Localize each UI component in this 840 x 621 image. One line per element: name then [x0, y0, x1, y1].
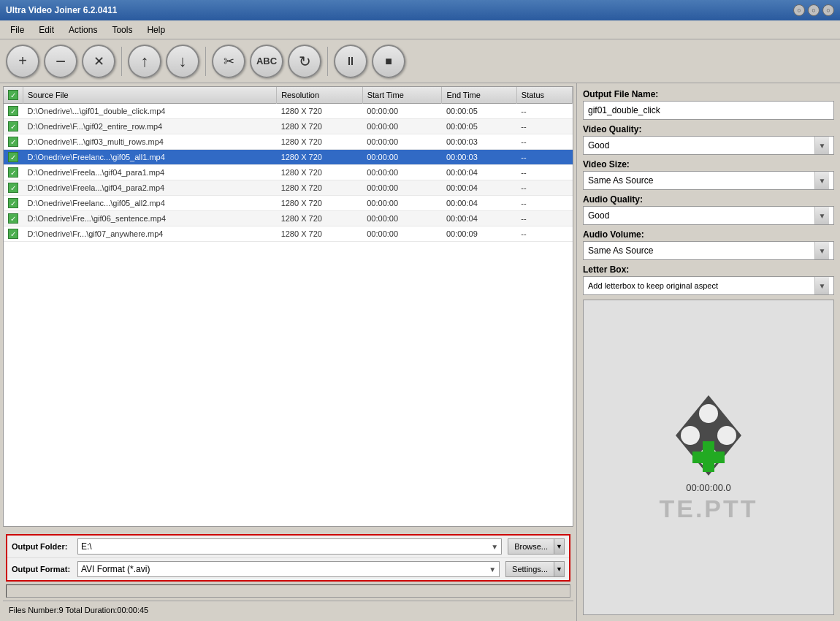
svg-rect-6 — [692, 452, 725, 463]
col-resolution: Resolution — [277, 87, 363, 104]
stop-button[interactable]: ■ — [372, 45, 405, 78]
browse-button-arrow[interactable]: ▼ — [554, 538, 565, 555]
table-row[interactable]: ✓ D:\Onedrive\Fr...\gif07_anywhere.mp4 1… — [4, 226, 573, 242]
menu-file[interactable]: File — [3, 23, 31, 37]
audio-quality-combo[interactable]: Good ▼ — [583, 206, 834, 225]
settings-button-arrow[interactable]: ▼ — [554, 561, 565, 577]
maximize-button[interactable]: ○ — [808, 4, 820, 16]
menu-edit[interactable]: Edit — [31, 23, 61, 37]
preview-area: 00:00:00.0 TE.PTT — [583, 300, 834, 615]
row-start-time: 00:00:00 — [362, 104, 442, 119]
row-checkbox-cell[interactable]: ✓ — [4, 196, 23, 211]
select-all-checkbox[interactable]: ✓ — [8, 90, 18, 100]
svg-point-2 — [717, 426, 736, 445]
file-table-container[interactable]: ✓ Source File Resolution Start Time End … — [3, 86, 573, 527]
col-end-time: End Time — [442, 87, 516, 104]
table-row[interactable]: ✓ D:\Onedrive\Fre...\gif06_sentence.mp4 … — [4, 211, 573, 226]
row-checkbox[interactable]: ✓ — [8, 137, 18, 147]
video-quality-combo[interactable]: Good ▼ — [583, 136, 834, 155]
output-folder-combo[interactable]: E:\ ▼ — [77, 538, 502, 555]
progress-bar — [6, 584, 570, 598]
remove-button[interactable]: − — [44, 45, 77, 78]
row-end-time: 00:00:05 — [442, 104, 516, 119]
audio-volume-section: Audio Volume: Same As Source ▼ — [583, 229, 834, 260]
audio-volume-value: Same As Source — [588, 245, 653, 256]
row-checkbox[interactable]: ✓ — [8, 121, 18, 132]
close-x-button[interactable]: ✕ — [82, 45, 115, 78]
row-status: -- — [516, 134, 572, 150]
refresh-button[interactable]: ↻ — [288, 45, 321, 78]
row-end-time: 00:00:05 — [442, 119, 516, 134]
row-status: -- — [516, 104, 572, 119]
menu-help[interactable]: Help — [140, 23, 172, 37]
row-checkbox[interactable]: ✓ — [8, 152, 18, 162]
row-end-time: 00:00:09 — [442, 226, 516, 242]
letterbox-combo[interactable]: Add letterbox to keep original aspect ▼ — [583, 276, 834, 295]
row-status: -- — [516, 211, 572, 226]
row-source-file: D:\Onedrive\...\gif01_double_click.mp4 — [23, 104, 277, 119]
menu-tools[interactable]: Tools — [104, 23, 140, 37]
row-checkbox[interactable]: ✓ — [8, 213, 18, 224]
row-checkbox-cell[interactable]: ✓ — [4, 134, 23, 150]
menu-bar: File Edit Actions Tools Help — [0, 20, 840, 39]
row-checkbox[interactable]: ✓ — [8, 106, 18, 116]
video-size-combo[interactable]: Same As Source ▼ — [583, 171, 834, 190]
output-format-value: AVI Format (*.avi) — [81, 564, 150, 574]
row-checkbox-cell[interactable]: ✓ — [4, 150, 23, 165]
table-row[interactable]: ✓ D:\Onedrive\F...\gif02_entire_row.mp4 … — [4, 119, 573, 134]
row-checkbox-cell[interactable]: ✓ — [4, 226, 23, 242]
row-checkbox[interactable]: ✓ — [8, 229, 18, 239]
output-format-combo[interactable]: AVI Format (*.avi) ▼ — [77, 561, 500, 577]
output-filename-section: Output File Name: — [583, 89, 834, 120]
output-folder-arrow-icon: ▼ — [491, 543, 498, 551]
video-quality-label: Video Quality: — [583, 124, 834, 134]
preview-watermark: TE.PTT — [659, 495, 757, 523]
row-status: -- — [516, 119, 572, 134]
output-format-label: Output Format: — [12, 565, 77, 574]
pause-button[interactable]: ⏸ — [334, 45, 367, 78]
move-down-button[interactable]: ↓ — [166, 45, 199, 78]
abc-button[interactable]: ABC — [250, 45, 283, 78]
table-row[interactable]: ✓ D:\Onedrive\Freela...\gif04_para2.mp4 … — [4, 180, 573, 196]
add-button[interactable]: + — [6, 45, 39, 78]
table-row[interactable]: ✓ D:\Onedrive\F...\gif03_multi_rows.mp4 … — [4, 134, 573, 150]
status-bar: Files Number:9 Total Duration:00:00:45 — [3, 601, 573, 618]
audio-quality-arrow-icon: ▼ — [814, 207, 829, 224]
audio-volume-combo[interactable]: Same As Source ▼ — [583, 241, 834, 260]
row-source-file: D:\Onedrive\Freelanc...\gif05_all1.mp4 — [23, 150, 277, 165]
close-button[interactable]: ○ — [822, 4, 834, 16]
row-resolution: 1280 X 720 — [277, 150, 363, 165]
row-checkbox-cell[interactable]: ✓ — [4, 104, 23, 119]
settings-button[interactable]: Settings... — [505, 561, 554, 577]
cut-button[interactable]: ✂ — [212, 45, 245, 78]
row-checkbox[interactable]: ✓ — [8, 167, 18, 178]
row-checkbox-cell[interactable]: ✓ — [4, 165, 23, 180]
row-checkbox-cell[interactable]: ✓ — [4, 211, 23, 226]
row-checkbox[interactable]: ✓ — [8, 198, 18, 208]
row-end-time: 00:00:04 — [442, 180, 516, 196]
row-checkbox[interactable]: ✓ — [8, 183, 18, 193]
bottom-section: Output Folder: E:\ ▼ Browse... ▼ Output … — [0, 530, 576, 621]
row-resolution: 1280 X 720 — [277, 165, 363, 180]
menu-actions[interactable]: Actions — [61, 23, 104, 37]
minimize-button[interactable]: ○ — [793, 4, 805, 16]
output-folder-row: Output Folder: E:\ ▼ Browse... ▼ — [7, 536, 569, 557]
letterbox-section: Letter Box: Add letterbox to keep origin… — [583, 264, 834, 295]
main-content: ✓ Source File Resolution Start Time End … — [0, 83, 840, 621]
table-row[interactable]: ✓ D:\Onedrive\...\gif01_double_click.mp4… — [4, 104, 573, 119]
col-checkbox: ✓ — [4, 87, 23, 104]
row-resolution: 1280 X 720 — [277, 211, 363, 226]
table-row[interactable]: ✓ D:\Onedrive\Freelanc...\gif05_all2.mp4… — [4, 196, 573, 211]
row-resolution: 1280 X 720 — [277, 134, 363, 150]
row-checkbox-cell[interactable]: ✓ — [4, 119, 23, 134]
audio-quality-section: Audio Quality: Good ▼ — [583, 194, 834, 225]
browse-button[interactable]: Browse... — [508, 538, 554, 555]
output-filename-label: Output File Name: — [583, 89, 834, 99]
svg-point-1 — [699, 404, 718, 423]
row-source-file: D:\Onedrive\F...\gif03_multi_rows.mp4 — [23, 134, 277, 150]
table-row[interactable]: ✓ D:\Onedrive\Freela...\gif04_para1.mp4 … — [4, 165, 573, 180]
table-row[interactable]: ✓ D:\Onedrive\Freelanc...\gif05_all1.mp4… — [4, 150, 573, 165]
row-checkbox-cell[interactable]: ✓ — [4, 180, 23, 196]
move-up-button[interactable]: ↑ — [128, 45, 161, 78]
output-filename-input[interactable] — [583, 101, 834, 120]
